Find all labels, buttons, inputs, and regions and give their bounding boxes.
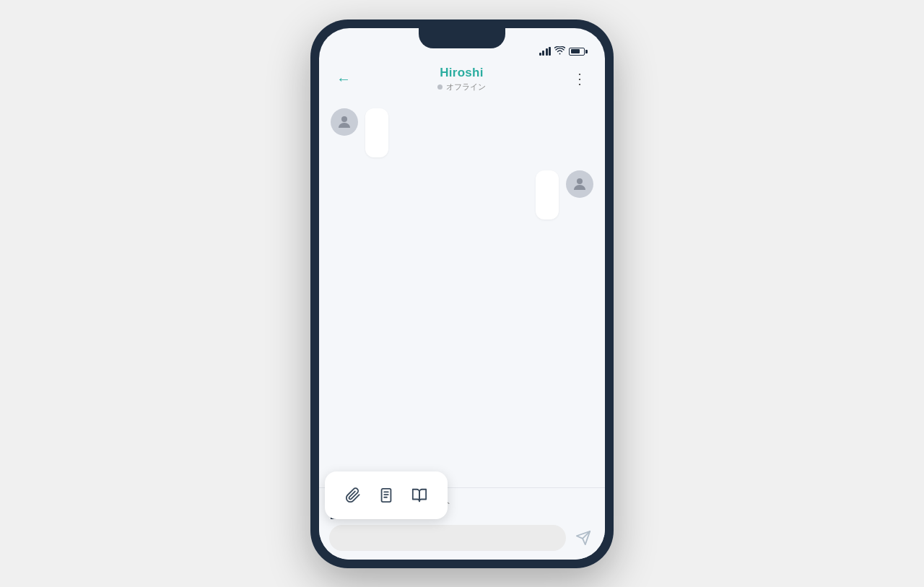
note-button[interactable] — [371, 480, 401, 510]
phone-wrapper: ← Hiroshi オフライン ⋮ — [310, 19, 614, 568]
wifi-icon — [554, 46, 565, 57]
phone-screen: ← Hiroshi オフライン ⋮ — [319, 28, 605, 560]
battery-icon — [569, 48, 588, 56]
avatar — [566, 170, 593, 198]
message-input[interactable] — [329, 525, 566, 551]
input-toolbar-wrapper — [319, 519, 605, 560]
attach-button[interactable] — [338, 480, 368, 510]
header: ← Hiroshi オフライン ⋮ — [319, 60, 605, 101]
toolbar-popup — [325, 471, 448, 519]
status-icons — [539, 46, 588, 57]
message-row — [331, 108, 593, 157]
avatar — [331, 108, 358, 136]
book-button[interactable] — [404, 480, 435, 510]
svg-point-0 — [341, 116, 347, 122]
back-button[interactable]: ← — [334, 69, 354, 89]
message-row — [331, 170, 593, 219]
status-dot — [437, 84, 443, 90]
header-center: Hiroshi オフライン — [437, 66, 486, 92]
message-bubble — [536, 170, 559, 219]
status-label: オフライン — [446, 82, 486, 92]
svg-point-1 — [577, 178, 583, 184]
contact-status: オフライン — [437, 82, 486, 92]
send-button[interactable] — [572, 526, 595, 549]
contact-name: Hiroshi — [437, 66, 486, 80]
signal-icon — [539, 47, 552, 56]
more-button[interactable]: ⋮ — [570, 71, 590, 86]
input-row — [319, 519, 605, 560]
chat-area — [319, 101, 605, 487]
notch — [419, 28, 505, 48]
message-bubble — [365, 108, 388, 157]
